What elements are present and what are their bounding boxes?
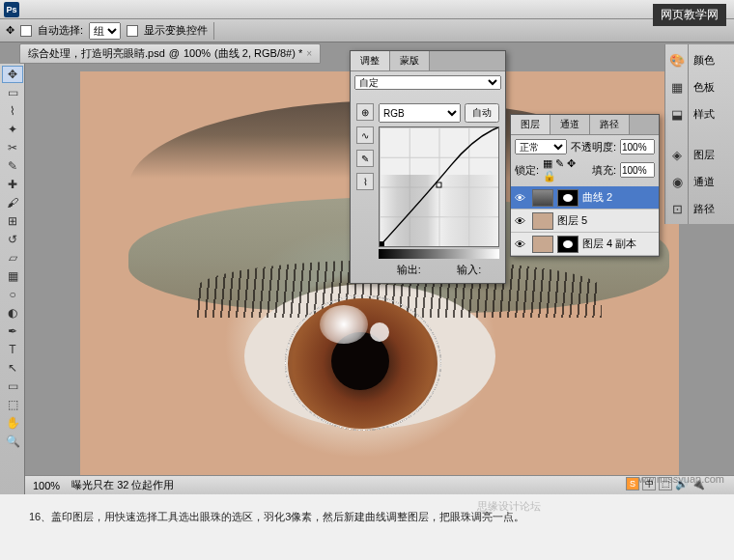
zoom-level[interactable]: 100% [33, 480, 60, 491]
layer-mask[interactable] [557, 189, 579, 207]
move-tool[interactable]: ✥ [2, 66, 23, 83]
curves-auto-button[interactable]: 自动 [465, 103, 499, 123]
shape-tool[interactable]: ▭ [2, 378, 23, 395]
rp-channel[interactable]: 通道 [691, 172, 732, 191]
text-tool[interactable]: T [2, 341, 23, 358]
layer-name: 图层 4 副本 [582, 237, 636, 251]
right-panels: 🎨 ▦ ⬓ ◈ ◉ ⊡ 颜色 色板 样式 图层 通道 路径 [664, 44, 734, 224]
watermark-site: 网页教学网 [653, 4, 726, 26]
pen-tool[interactable]: ✒ [2, 322, 23, 340]
auto-select-label: 自动选择: [38, 23, 83, 38]
toolbox: ✥ ▭ ⌇ ✦ ✂ ✎ ✚ 🖌 ⊞ ↺ ▱ ▦ ○ ◐ ✒ T ↖ ▭ ⬚ ✋ … [0, 64, 25, 494]
style-icon[interactable]: ⬓ [667, 104, 687, 124]
visibility-icon[interactable]: 👁 [515, 192, 528, 204]
healing-tool[interactable]: ✚ [2, 176, 23, 193]
curves-panel[interactable]: 调整 蒙版 自定 ⊕ ∿ ✎ ⌇ RGB 自动 [350, 50, 506, 284]
layer-name: 图层 5 [557, 213, 587, 228]
caption: 16、盖印图层，用快速选择工具选出眼珠的选区，羽化3像素，然后新建曲线调整图层，… [29, 502, 705, 530]
auto-select-dropdown[interactable]: 组 [89, 22, 121, 40]
curves-output-label: 输出: [397, 263, 421, 277]
doc-tab[interactable]: 综合处理，打造明亮眼睛.psd @ 100% (曲线 2, RGB/8#) * … [19, 43, 321, 64]
stamp-tool[interactable]: ⊞ [2, 212, 23, 230]
curves-graph[interactable] [379, 126, 499, 247]
auto-select-checkbox[interactable] [20, 25, 32, 37]
history-brush-tool[interactable]: ↺ [2, 231, 23, 248]
selection-marquee [285, 295, 441, 431]
opacity-input[interactable] [620, 139, 655, 154]
swatch-icon[interactable]: ▦ [667, 77, 687, 97]
blend-mode[interactable]: 正常 [515, 139, 567, 154]
fill-label: 填充: [592, 163, 616, 178]
layer-name: 曲线 2 [582, 190, 612, 205]
rp-path[interactable]: 路径 [691, 199, 732, 218]
layer-icon[interactable]: ◈ [667, 145, 687, 164]
rp-style[interactable]: 样式 [691, 104, 732, 124]
path-tool[interactable]: ↖ [2, 359, 23, 377]
path-icon[interactable]: ⊡ [667, 199, 687, 218]
close-icon[interactable]: × [306, 48, 312, 59]
rp-color[interactable]: 颜色 [691, 50, 732, 70]
marquee-tool[interactable]: ▭ [2, 84, 23, 101]
eyedropper-tool[interactable]: ✎ [2, 157, 23, 175]
layers-list: 👁 曲线 2 👁 图层 5 👁 图层 4 副本 [511, 186, 659, 256]
layer-thumb[interactable] [532, 212, 553, 230]
layer-thumb[interactable] [532, 189, 553, 207]
tray-icon[interactable]: 🔊 [675, 478, 689, 490]
lock-label: 锁定: [515, 163, 539, 178]
visibility-icon[interactable]: 👁 [515, 215, 528, 227]
channel-icon[interactable]: ◉ [667, 172, 687, 191]
zoom-tool[interactable]: 🔍 [2, 433, 23, 450]
system-tray: S 中 ⬚ 🔊 🔌 [626, 477, 705, 490]
crop-tool[interactable]: ✂ [2, 139, 23, 156]
tab-mask[interactable]: 蒙版 [390, 51, 430, 70]
dodge-tool[interactable]: ◐ [2, 304, 23, 322]
opacity-label: 不透明度: [571, 140, 616, 154]
tab-paths[interactable]: 路径 [590, 115, 630, 134]
hand-tool[interactable]: ✋ [2, 414, 23, 432]
tab-layers[interactable]: 图层 [511, 115, 550, 134]
brush-tool[interactable]: 🖌 [2, 194, 23, 211]
eraser-tool[interactable]: ▱ [2, 249, 23, 266]
curves-channel[interactable]: RGB [379, 103, 461, 123]
tab-channels[interactable]: 通道 [550, 115, 590, 134]
app-icon: Ps [4, 2, 19, 17]
curves-preset[interactable]: 自定 [354, 75, 501, 90]
layer-thumb[interactable] [532, 236, 553, 253]
3d-tool[interactable]: ⬚ [2, 396, 23, 413]
tray-icon[interactable]: 🔌 [692, 478, 705, 490]
svg-rect-0 [437, 182, 441, 187]
rp-layer[interactable]: 图层 [691, 145, 732, 164]
visibility-icon[interactable]: 👁 [515, 238, 528, 250]
layer-item[interactable]: 👁 图层 5 [511, 210, 659, 233]
curves-input-label: 输入: [457, 263, 481, 277]
lock-icons[interactable]: ▦ ✎ ✥ 🔒 [543, 157, 588, 182]
fill-input[interactable] [620, 162, 655, 178]
curves-target-icon[interactable]: ⊕ [356, 103, 374, 121]
tray-ime[interactable]: 中 [642, 477, 656, 490]
show-controls-checkbox[interactable] [127, 25, 138, 37]
tab-adjust[interactable]: 调整 [351, 51, 390, 70]
blur-tool[interactable]: ○ [2, 286, 23, 303]
options-bar: ✥ 自动选择: 组 显示变换控件 [0, 19, 734, 42]
caption-num: 16、 [29, 511, 51, 522]
show-controls-label: 显示变换控件 [144, 23, 208, 38]
wand-tool[interactable]: ✦ [2, 121, 23, 138]
curves-draw-icon[interactable]: ∿ [356, 126, 374, 144]
layer-item[interactable]: 👁 图层 4 副本 [511, 233, 659, 256]
gradient-tool[interactable]: ▦ [2, 267, 23, 285]
layer-mask[interactable] [557, 236, 579, 253]
curves-smooth-icon[interactable]: ⌇ [356, 173, 374, 190]
rp-swatch[interactable]: 色板 [691, 77, 732, 97]
status-msg: 曝光只在 32 位起作用 [71, 478, 174, 492]
tray-icon[interactable]: ⬚ [659, 477, 672, 490]
svg-rect-1 [380, 241, 384, 246]
layer-item[interactable]: 👁 曲线 2 [511, 186, 659, 210]
tray-s[interactable]: S [626, 477, 639, 490]
lasso-tool[interactable]: ⌇ [2, 102, 23, 120]
layers-panel[interactable]: 图层 通道 路径 正常 不透明度: 锁定: ▦ ✎ ✥ 🔒 填充: 👁 曲线 [510, 114, 660, 257]
color-icon[interactable]: 🎨 [667, 50, 687, 70]
curves-pencil-icon[interactable]: ✎ [356, 150, 374, 167]
caption-text: 盖印图层，用快速选择工具选出眼珠的选区，羽化3像素，然后新建曲线调整图层，把眼珠… [51, 511, 524, 522]
menubar: Ps [0, 0, 734, 19]
move-tool-icon: ✥ [6, 24, 14, 37]
